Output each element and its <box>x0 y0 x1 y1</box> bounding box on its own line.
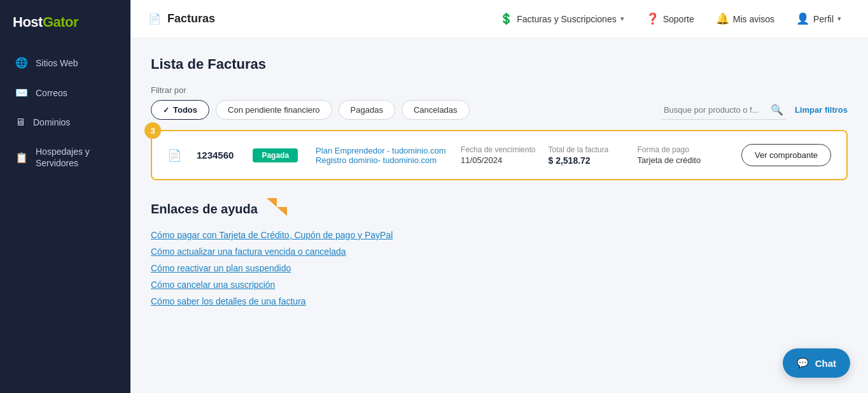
topnav-perfil-label: Perfil <box>813 14 834 24</box>
chat-label: Chat <box>815 358 836 369</box>
filter-right: 🔍 Limpar filtros <box>661 101 848 120</box>
filter-canceladas-btn[interactable]: Canceladas <box>402 100 470 120</box>
sidebar-item-sitios-web[interactable]: 🌐 Sitios Web <box>3 48 128 77</box>
status-badge: Pagada <box>253 148 298 162</box>
topnav-facturas-label: Facturas y Suscripciones <box>517 14 616 24</box>
chevron-down-icon-2: ▾ <box>837 15 841 23</box>
invoice-id: 1234560 <box>197 150 234 161</box>
pago-label: Forma de pago <box>637 145 726 154</box>
fecha-label: Fecha de vencimiento <box>461 145 535 154</box>
sidebar-item-hospedajes[interactable]: 📋 Hospedajes y Servidores <box>3 138 128 177</box>
main-area: 📄 Facturas 💲 Facturas y Suscripciones ▾ … <box>130 0 868 393</box>
chevron-down-icon: ▾ <box>620 15 624 23</box>
filter-todos-btn[interactable]: Todos <box>151 100 209 120</box>
topnav-page-title: Facturas <box>167 12 215 25</box>
filter-pagadas-btn[interactable]: Pagadas <box>339 100 395 120</box>
help-links: Cómo pagar con Tarjeta de Crédito, Cupón… <box>151 230 848 306</box>
total-value: $ 2,518.72 <box>548 155 624 166</box>
invoice-total: Total de la factura $ 2,518.72 <box>548 145 624 166</box>
pago-value: Tarjeta de crédito <box>637 155 726 165</box>
invoice-icon: 📄 <box>148 13 161 25</box>
search-box[interactable]: 🔍 <box>661 101 786 120</box>
filter-section: Filtrar por Todos Con pendiente financie… <box>151 85 848 120</box>
sidebar-item-label: Sitios Web <box>36 58 78 68</box>
sidebar: HostGator 🌐 Sitios Web ✉️ Correos 🖥 Domi… <box>0 0 130 393</box>
sidebar-nav: 🌐 Sitios Web ✉️ Correos 🖥 Dominios 📋 Hos… <box>0 48 130 177</box>
topnav-perfil-link[interactable]: 👤 Perfil ▾ <box>787 7 850 31</box>
topnav-soporte-link[interactable]: ❓ Soporte <box>637 7 703 31</box>
total-label: Total de la factura <box>548 145 624 154</box>
ver-comprobante-button[interactable]: Ver comprobante <box>741 144 831 166</box>
globe-icon: 🌐 <box>15 57 28 69</box>
help-icon <box>267 198 287 220</box>
clear-filters-link[interactable]: Limpar filtros <box>795 105 848 115</box>
sidebar-item-correos[interactable]: ✉️ Correos <box>3 78 128 107</box>
invoice-file-icon: 📄 <box>167 148 181 162</box>
svg-marker-0 <box>267 198 277 207</box>
server-icon: 📋 <box>15 152 28 164</box>
invoice-payment: Forma de pago Tarjeta de crédito <box>637 145 726 165</box>
help-section: Enlaces de ayuda Cómo pagar con Tarjeta … <box>151 196 848 306</box>
search-icon: 🔍 <box>771 104 783 116</box>
dollar-circle-icon: 💲 <box>500 12 513 25</box>
step-badge: 3 <box>144 122 161 139</box>
topnav-soporte-label: Soporte <box>663 14 694 24</box>
page-title: Lista de Facturas <box>151 56 848 73</box>
topnav-links: 💲 Facturas y Suscripciones ▾ ❓ Soporte 🔔… <box>241 7 850 31</box>
search-input[interactable] <box>664 105 766 115</box>
filter-pendiente-btn[interactable]: Con pendiente financiero <box>216 100 332 120</box>
bell-icon: 🔔 <box>716 12 729 25</box>
content-area: Lista de Facturas Filtrar por Todos Con … <box>130 38 868 393</box>
topnav-avisos-link[interactable]: 🔔 Mis avisos <box>707 7 783 31</box>
help-link-5[interactable]: Cómo saber los detalles de una factura <box>151 296 848 306</box>
fecha-value: 11/05/2024 <box>461 155 535 165</box>
sidebar-item-label: Dominios <box>33 117 70 127</box>
help-link-2[interactable]: Cómo actualizar una factura vencida o ca… <box>151 247 848 257</box>
invoice-list-wrapper: 3 📄 1234560 Pagada Plan Emprendedor - tu… <box>151 130 848 180</box>
help-link-4[interactable]: Cómo cancelar una suscripción <box>151 280 848 290</box>
sidebar-item-label: Correos <box>36 88 67 98</box>
mail-icon: ✉️ <box>15 87 28 99</box>
user-icon: 👤 <box>796 12 809 25</box>
page-title-header: 📄 Facturas <box>148 12 215 25</box>
invoice-description: Plan Emprendedor - tudominio.com Registr… <box>316 146 446 165</box>
topnav-facturas-link[interactable]: 💲 Facturas y Suscripciones ▾ <box>491 7 633 31</box>
sidebar-item-label: Hospedajes y Servidores <box>36 146 115 169</box>
help-link-1[interactable]: Cómo pagar con Tarjeta de Crédito, Cupón… <box>151 230 848 240</box>
monitor-icon: 🖥 <box>15 117 25 128</box>
question-icon: ❓ <box>646 12 659 25</box>
invoice-line-2[interactable]: Registro dominio- tudominio.com <box>316 155 446 165</box>
sidebar-item-dominios[interactable]: 🖥 Dominios <box>3 108 128 136</box>
chat-button[interactable]: 💬 Chat <box>783 348 850 378</box>
filter-bar: Todos Con pendiente financiero Pagadas C… <box>151 100 848 120</box>
invoice-dates: Fecha de vencimiento 11/05/2024 <box>461 145 535 165</box>
topnav: 📄 Facturas 💲 Facturas y Suscripciones ▾ … <box>130 0 868 38</box>
topnav-avisos-label: Mis avisos <box>733 14 774 24</box>
svg-marker-1 <box>277 207 287 216</box>
invoice-line-1[interactable]: Plan Emprendedor - tudominio.com <box>316 146 446 155</box>
help-title-row: Enlaces de ayuda <box>151 198 848 220</box>
help-link-3[interactable]: Cómo reactivar un plan suspendido <box>151 263 848 273</box>
filter-label: Filtrar por <box>151 85 848 95</box>
chat-icon: 💬 <box>797 357 809 369</box>
help-title: Enlaces de ayuda <box>151 202 258 217</box>
logo: HostGator <box>0 0 130 48</box>
invoice-row: 📄 1234560 Pagada Plan Emprendedor - tudo… <box>152 131 846 179</box>
